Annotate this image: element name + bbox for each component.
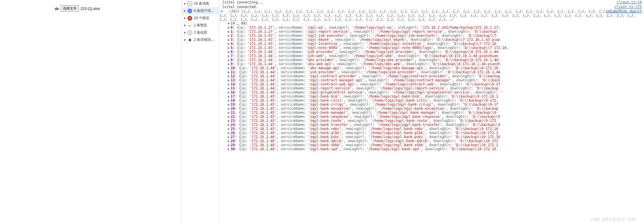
array-item[interactable]: 16: {ip: '172.16.1.44', serviceName: 'zq… <box>228 90 644 94</box>
warn-icon: ▲ <box>187 23 192 28</box>
expand-icon <box>228 112 229 114</box>
array-item[interactable]: 18: {ip: '172.16.1.45', serviceName: 'zq… <box>228 98 644 102</box>
array-item[interactable]: 25: {ip: '172.16.1.45', serviceName: 'zq… <box>228 127 644 131</box>
array-item[interactable]: 2: {ip: '172.16.1.43', serviceName: 'zqy… <box>228 34 644 38</box>
expand-icon <box>228 67 229 69</box>
expand-icon <box>228 104 229 106</box>
log-source-link[interactable]: client.ts:19 <box>617 0 642 4</box>
expand-icon <box>228 116 229 118</box>
err-icon: ✕ <box>187 16 192 21</box>
array-range[interactable]: [0 … 99] <box>219 21 644 25</box>
console-message: [vite] connecting...client.ts:19 <box>219 0 644 5</box>
array-item[interactable]: 20: {ip: '172.16.1.45', serviceName: 'zq… <box>228 107 644 111</box>
array-item[interactable]: 3: {ip: '172.16.1.43', serviceName: 'zqy… <box>228 38 644 42</box>
expand-icon <box>184 32 186 34</box>
expand-icon <box>228 47 229 49</box>
expand-icon <box>228 39 229 41</box>
expand-icon <box>228 31 229 33</box>
filter-label: 15 条消息 <box>194 1 209 6</box>
expand-icon <box>228 108 229 110</box>
array-item[interactable]: 9: {ip: '172.16.1.44', serviceName: 'abs… <box>228 62 644 66</box>
expand-icon <box>184 10 186 12</box>
array-item[interactable]: 10: {ip: '172.16.1.44', serviceName: 'ab… <box>228 66 644 70</box>
array-item[interactable]: 22: {ip: '172.16.1.45', serviceName: 'zq… <box>228 115 644 119</box>
expand-icon <box>228 91 229 94</box>
expand-icon <box>228 75 229 78</box>
filter-label: 1 条警告 <box>194 23 207 28</box>
array-summary[interactable]: (342) [{…}, {…}, {…}, {…}, {…}, {…}, {…}… <box>219 9 641 21</box>
info-icon: i <box>187 30 192 35</box>
array-item[interactable]: 24: {ip: '172.16.1.45', serviceName: 'zq… <box>228 123 644 127</box>
console-filter-err[interactable]: ✕10 个错误 <box>182 14 219 22</box>
array-item[interactable]: 19: {ip: '172.16.1.45', serviceName: 'zq… <box>228 102 644 107</box>
array-item[interactable]: 5: {ip: '172.16.1.43', serviceName: 'zqy… <box>228 46 644 50</box>
user-icon: ☺ <box>187 9 192 13</box>
cloud-upload-icon <box>54 6 59 11</box>
array-item[interactable]: 26: {ip: '172.16.1.46', serviceName: 'zq… <box>228 131 644 135</box>
console-filter-msg[interactable]: ≡15 条消息 <box>182 0 219 7</box>
expand-icon <box>184 3 186 5</box>
expand-icon <box>184 17 186 19</box>
array-item[interactable]: 30: {ip: '172.16.1.46', serviceName: 'zq… <box>228 147 644 151</box>
console-filter-user[interactable]: ☺4 条用户消... <box>182 7 219 14</box>
expand-icon <box>228 140 229 142</box>
expand-icon <box>228 87 229 90</box>
array-item[interactable]: 17: {ip: '172.16.1.45', serviceName: 'zq… <box>228 94 644 98</box>
array-item[interactable]: 28: {ip: '172.16.1.46', serviceName: 'zq… <box>228 139 644 143</box>
expand-icon <box>228 148 229 150</box>
expand-icon <box>228 55 229 57</box>
console-message: [vite] connected.client.ts:175 <box>219 5 644 9</box>
array-item[interactable]: 21: {ip: '172.16.1.45', serviceName: 'zq… <box>228 111 644 115</box>
console-output: [vite] connecting...client.ts:19[vite] c… <box>219 0 644 224</box>
array-item[interactable]: 27: {ip: '172.16.1.46', serviceName: 'zq… <box>228 135 644 139</box>
array-item[interactable]: 13: {ip: '172.16.1.44', serviceName: 'zq… <box>228 78 644 82</box>
array-item[interactable]: 11: {ip: '172.16.1.44', serviceName: 'ys… <box>228 70 644 74</box>
array-item[interactable]: 14: {ip: '172.16.1.44', serviceName: 'zq… <box>228 82 644 86</box>
expand-icon <box>228 96 229 98</box>
expand-icon <box>228 128 229 130</box>
filter-label: 4 条用户消... <box>194 8 214 13</box>
expand-toggle[interactable] <box>219 9 224 13</box>
array-item[interactable]: 4: {ip: '172.16.1.43', serviceName: 'zqy… <box>228 42 644 46</box>
array-item[interactable]: 12: {ip: '172.16.1.44', serviceName: 'zq… <box>228 74 644 78</box>
console-filter-info[interactable]: i2 条信息 <box>182 29 219 36</box>
array-item[interactable]: 15: {ip: '172.16.1.44', serviceName: 'zq… <box>228 86 644 90</box>
console-filter-bug[interactable]: 🐞2 条详细消... <box>182 36 219 43</box>
log-source-link[interactable]: client.ts:175 <box>614 5 642 9</box>
expand-icon <box>184 24 186 27</box>
expand-icon <box>228 144 229 146</box>
expand-icon <box>228 71 229 74</box>
expand-icon <box>228 124 229 126</box>
expand-icon <box>228 83 229 86</box>
expand-icon <box>228 35 229 37</box>
array-item[interactable]: 29: {ip: '172.16.1.46', serviceName: 'zq… <box>228 143 644 147</box>
console-sidebar: ≡15 条消息☺4 条用户消...✕10 个错误▲1 条警告i2 条信息🐞2 条… <box>182 0 219 224</box>
upload-row: 选择文件 123 (1).xlsx <box>54 5 182 12</box>
log-source-link[interactable]: UploadFile.vue:53 <box>606 9 642 13</box>
console-filter-warn[interactable]: ▲1 条警告 <box>182 22 219 29</box>
expand-icon <box>228 132 229 134</box>
expand-icon <box>228 100 229 102</box>
expand-icon <box>184 39 186 41</box>
chosen-file-name: 123 (1).xlsx <box>80 6 100 11</box>
array-item[interactable]: 23: {ip: '172.16.1.45', serviceName: 'zq… <box>228 119 644 123</box>
array-item[interactable]: 7: {ip: '172.16.1.44', serviceName: 'yzh… <box>228 54 644 58</box>
array-item[interactable]: 6: {ip: '172.16.1.44', serviceName: 'yzh… <box>228 50 644 54</box>
choose-file-button[interactable]: 选择文件 <box>61 5 79 12</box>
msg-icon: ≡ <box>187 1 192 6</box>
array-item[interactable]: 8: {ip: '172.16.1.44', serviceName: 'abs… <box>228 58 644 62</box>
expand-icon <box>228 59 229 61</box>
expand-icon <box>228 43 229 45</box>
filter-label: 2 条详细消... <box>194 37 214 42</box>
array-item[interactable]: 1: {ip: '172.16.1.27', serviceName: 'zqy… <box>228 30 644 34</box>
bug-icon: 🐞 <box>187 38 192 42</box>
expand-icon <box>228 63 229 65</box>
app-content: 选择文件 123 (1).xlsx <box>0 0 182 224</box>
expand-icon <box>228 27 229 29</box>
array-item[interactable]: 0: {ip: '172.16.1.27', serviceName: 'zqy… <box>228 25 644 30</box>
filter-label: 10 个错误 <box>194 16 209 21</box>
expand-icon <box>228 79 229 82</box>
expand-icon <box>228 136 229 138</box>
watermark: CSDN @未来的大牛-大翔 <box>590 217 635 222</box>
expand-icon <box>228 51 229 53</box>
